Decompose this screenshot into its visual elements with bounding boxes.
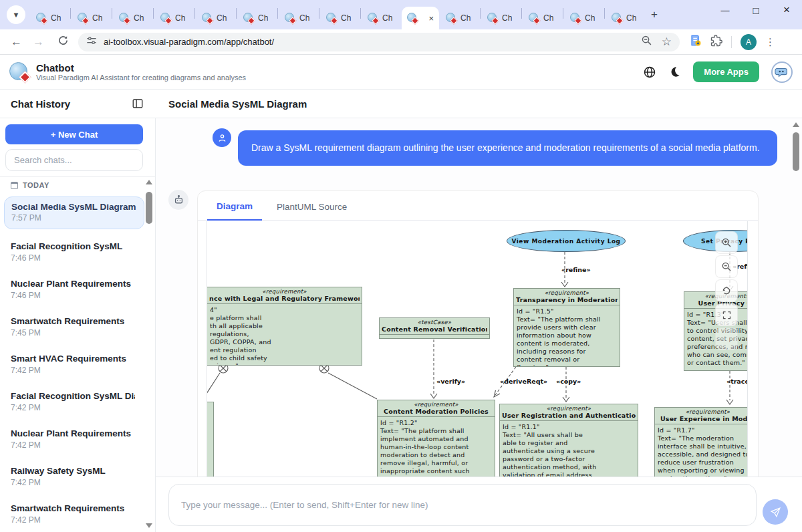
sidebar: + New Chat TODAY Social Media SysML Diag… xyxy=(0,118,156,532)
zoom-out-button[interactable] xyxy=(715,255,738,278)
profile-avatar[interactable]: A xyxy=(741,34,757,50)
zoom-page-icon[interactable] xyxy=(641,35,652,49)
browser-tab-active[interactable]: × xyxy=(402,7,439,29)
tab-diagram[interactable]: Diagram xyxy=(207,201,262,221)
visual-paradigm-favicon xyxy=(78,13,88,23)
browser-tab[interactable]: Ch xyxy=(522,7,563,29)
new-chat-button[interactable]: + New Chat xyxy=(5,124,143,144)
browser-tab[interactable]: Ch xyxy=(563,7,604,29)
browser-tab[interactable]: Ch xyxy=(361,7,402,29)
section-header-row: Chat History Social Media SysML Diagram xyxy=(0,90,802,118)
browser-tab[interactable]: Ch xyxy=(439,7,480,29)
scroll-down-icon[interactable] xyxy=(146,523,152,528)
url-text[interactable]: ai-toolbox.visual-paradigm.com/app/chatb… xyxy=(104,37,641,47)
browser-tab[interactable]: Ch xyxy=(605,7,646,29)
scrollbar-thumb[interactable] xyxy=(146,192,152,224)
user-message-bubble: Draw a SysML requirement diagram outlini… xyxy=(238,130,777,166)
scroll-up-icon[interactable] xyxy=(146,180,152,184)
diagram-controls xyxy=(715,231,738,350)
app-subtitle: Visual Paradigm AI Assistant for creatin… xyxy=(36,74,246,82)
sidebar-item[interactable]: Smartwatch Requirements7:42 PM xyxy=(11,503,135,525)
sidebar-scrollbar[interactable] xyxy=(146,178,153,530)
back-icon[interactable]: ← xyxy=(11,35,22,49)
browser-tab[interactable]: Ch xyxy=(319,7,360,29)
calendar-icon xyxy=(11,182,18,189)
visual-paradigm-favicon xyxy=(119,13,130,23)
sidebar-item[interactable]: Smart HVAC Requirements7:42 PM xyxy=(11,354,135,375)
relation-label-verify: «verify» xyxy=(436,378,465,385)
requirement-box-content-moderation[interactable]: «requirement»Content Moderation Policies… xyxy=(377,400,495,477)
sidebar-item-active[interactable]: Social Media SysML Diagram 7:57 PM xyxy=(4,196,144,229)
visual-paradigm-favicon xyxy=(487,13,498,23)
window-controls: — □ × xyxy=(710,0,802,20)
reading-list-icon[interactable] xyxy=(689,34,702,49)
tab-search-chevron-icon[interactable]: ▼ xyxy=(7,5,25,24)
browser-tab[interactable]: Ch xyxy=(237,7,277,29)
more-apps-button[interactable]: More Apps xyxy=(693,61,759,82)
visual-paradigm-favicon xyxy=(243,13,254,23)
sidebar-collapse-icon[interactable] xyxy=(132,98,144,112)
search-input[interactable] xyxy=(5,149,143,171)
forward-icon[interactable]: → xyxy=(33,35,44,49)
fullscreen-button[interactable] xyxy=(715,303,738,326)
chat-message-area: Draw a SysML requirement diagram outlini… xyxy=(156,118,802,477)
requirement-box-user-experience[interactable]: «requirement»User Experience in Moder Id… xyxy=(654,407,748,477)
diagram-control-button[interactable] xyxy=(715,327,738,350)
visual-paradigm-favicon xyxy=(160,13,171,23)
browser-tab[interactable]: Ch xyxy=(71,7,112,29)
url-bar[interactable]: ai-toolbox.visual-paradigm.com/app/chatb… xyxy=(78,33,680,51)
close-button[interactable]: × xyxy=(771,0,802,20)
relation-label-refine: «refine» xyxy=(561,266,591,273)
extensions-puzzle-icon[interactable] xyxy=(710,35,722,49)
browser-tab[interactable]: Ch xyxy=(195,7,236,29)
testcase-box-content-removal[interactable]: «testCase»Content Removal Verification xyxy=(379,317,490,339)
dark-mode-moon-icon[interactable] xyxy=(668,65,681,78)
app-title: Chatbot xyxy=(36,62,246,74)
send-paper-plane-icon xyxy=(770,507,781,518)
browser-tab[interactable]: Ch xyxy=(154,7,194,29)
sidebar-item[interactable]: Smartwatch Requirements7:45 PM xyxy=(11,316,135,338)
browser-tab[interactable]: Ch xyxy=(278,7,319,29)
main-scrollbar[interactable] xyxy=(792,118,801,477)
send-button[interactable] xyxy=(763,499,788,525)
reset-view-button[interactable] xyxy=(715,279,738,302)
requirement-box-registration[interactable]: «requirement»User Registration and Authe… xyxy=(499,404,638,477)
sidebar-item[interactable]: Railway Safety SysML7:42 PM xyxy=(11,466,135,487)
new-tab-button[interactable]: + xyxy=(651,8,658,21)
relation-label-derivereqt: «deriveReqt» xyxy=(500,378,547,385)
chatbot-avatar-icon[interactable] xyxy=(771,61,793,83)
browser-menu-icon[interactable]: ⋮ xyxy=(765,36,775,48)
usecase-view-moderation-log[interactable]: View Moderation Activity Log xyxy=(507,230,626,252)
browser-tab[interactable]: Ch xyxy=(481,7,521,29)
sidebar-item[interactable]: Nuclear Plant Requirements7:46 PM xyxy=(11,279,135,300)
scroll-up-icon[interactable] xyxy=(793,122,799,127)
reload-icon[interactable] xyxy=(57,35,69,49)
maximize-button[interactable]: □ xyxy=(741,0,771,20)
site-settings-icon[interactable] xyxy=(86,35,97,49)
relation-label-trace: «trace xyxy=(726,378,748,385)
language-globe-icon[interactable] xyxy=(643,65,656,79)
address-bar: ← → ai-toolbox.visual-paradigm.com/app/c… xyxy=(0,29,802,55)
sidebar-item[interactable]: Facial Recognition SysML7:46 PM xyxy=(11,241,135,263)
bot-response-card: Diagram PlantUML Source xyxy=(197,190,759,477)
sidebar-item[interactable]: Facial Recognition SysML Dia...7:42 PM xyxy=(11,391,135,412)
app-header: Chatbot Visual Paradigm AI Assistant for… xyxy=(0,55,802,90)
zoom-in-button[interactable] xyxy=(715,231,738,254)
visual-paradigm-logo xyxy=(9,62,29,82)
tab-close-icon[interactable]: × xyxy=(428,14,434,23)
relation-label-copy: «copy» xyxy=(556,378,581,385)
message-input[interactable] xyxy=(168,484,757,526)
scrollbar-thumb[interactable] xyxy=(793,132,799,171)
requirement-box-compliance[interactable]: «requirement»nce with Legal and Regulato… xyxy=(207,287,362,366)
browser-tab[interactable]: Ch xyxy=(29,7,70,29)
bookmark-star-icon[interactable]: ☆ xyxy=(662,35,672,49)
sidebar-item[interactable]: Nuclear Plant Requirements7:42 PM xyxy=(11,428,135,450)
visual-paradigm-favicon xyxy=(368,13,378,23)
tab-plantuml-source[interactable]: PlantUML Source xyxy=(267,202,356,220)
requirement-box-clipped-left[interactable] xyxy=(207,402,214,477)
diagram-canvas[interactable]: View Moderation Activity Log Set Privacy… xyxy=(207,221,748,477)
browser-tab[interactable]: Ch xyxy=(112,7,153,29)
visual-paradigm-favicon xyxy=(326,13,337,23)
minimize-button[interactable]: — xyxy=(710,0,741,20)
requirement-box-transparency[interactable]: «requirement»Transparency in Moderation … xyxy=(513,288,620,367)
